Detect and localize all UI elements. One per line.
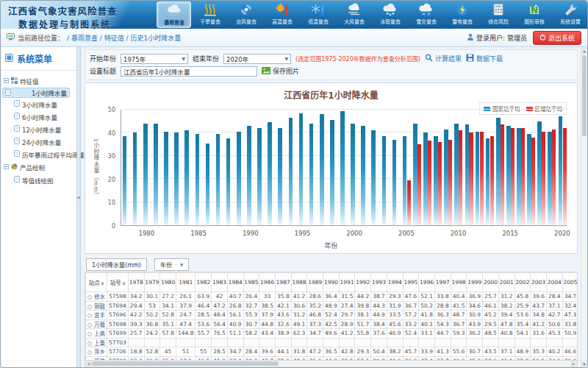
x-tick-label: 1995 [295,230,311,237]
tree-item-0-2[interactable]: 6小时降水量 [2,110,75,123]
scroll-right-arrow-icon[interactable]: ► [570,361,577,367]
col-header-2003[interactable]: 2003 [531,273,547,292]
col-header-1983[interactable]: 1983 [212,273,228,292]
col-header-1980[interactable]: 1980 [160,273,176,292]
col-header-2000[interactable]: 2000 [483,273,499,292]
table-row-宜丰[interactable]: 宜丰5769642.250.252.824.728.548.456.155.33… [86,311,578,320]
col-header-station-id[interactable]: 站号▲▼ [107,273,129,292]
table-row-万载[interactable]: 万载5769839.336.835.147.453.656.440.930.74… [86,319,578,329]
col-header-1978[interactable]: 1978 [128,273,144,292]
exit-system-button[interactable]: 退出系统 [533,31,581,45]
radio-icon[interactable] [87,314,92,318]
col-header-1984[interactable]: 1984 [227,273,243,292]
radio-icon[interactable] [87,332,92,336]
tree-group-1[interactable]: 产品绘制 [2,160,75,174]
expander-icon[interactable] [4,163,9,171]
table-row-铜鼓[interactable]: 铜鼓5769429.45334.137.946.447.226.832.738.… [86,301,578,311]
radio-icon[interactable] [87,342,92,346]
value-cell: 46.6 [562,347,578,357]
expander-icon[interactable] [4,77,9,85]
col-header-1988[interactable]: 1988 [291,273,307,292]
tree-item-1-0[interactable]: 等值线绘图 [2,174,75,186]
col-header-1999[interactable]: 1999 [467,273,483,292]
value-cell: 44.3 [371,301,387,311]
sidebar-splitter[interactable]: ◄ [77,47,81,367]
col-header-1996[interactable]: 1996 [419,273,435,292]
nav-item-drought[interactable]: 干旱普查 [193,1,227,28]
col-header-1998[interactable]: 1998 [451,273,467,292]
col-header-2001[interactable]: 2001 [498,273,514,292]
start-year-select[interactable]: 1975年▼ [121,54,188,64]
tree-item-0-1[interactable]: 3小时降水量 [2,98,75,110]
radio-icon[interactable] [87,323,92,328]
scroll-up-arrow-icon[interactable]: ▲ [581,47,587,54]
col-header-1990[interactable]: 1990 [323,273,340,292]
value-cell: 44.1 [275,347,291,357]
nav-item-high-temp[interactable]: 高温普查 [265,1,299,28]
nav-item-lightning[interactable]: 雷电普查 [445,1,479,28]
table-row-上栗[interactable]: 上栗57703 [86,338,578,347]
value-cell [546,338,562,347]
scroll-left-arrow-icon[interactable]: ◄ [85,361,92,367]
bar-regional-2008 [438,142,442,225]
col-header-1993[interactable]: 1993 [371,273,387,292]
table-row-修水[interactable]: 修水5759834.230.127.226.163.94240.726.4333… [86,292,578,302]
nav-item-typhoon[interactable]: 台风普查 [229,1,263,28]
calculate-button[interactable]: 计算结果 [425,54,462,63]
station-name: 上栗 [86,338,107,347]
value-cell: 29.5 [483,319,499,329]
nav-item-hail[interactable]: 冰雹普查 [373,1,407,28]
col-header-1982[interactable]: 1982 [196,273,212,292]
nav-item-map-review[interactable]: N图形审核 [517,1,551,28]
nav-item-wind[interactable]: 大风普查 [337,1,371,28]
tree-item-0-0[interactable]: 1小时降水量 [2,88,70,98]
col-header-1997[interactable]: 1997 [435,273,451,292]
col-header-2005[interactable]: 2005 [562,273,578,292]
col-header-1985[interactable]: 1985 [243,273,259,292]
year-group-selector[interactable]: 年份-▼ [154,258,190,271]
tree-item-0-4[interactable]: 24小时降水量 [2,135,75,148]
tree-group-0[interactable]: 特征值 [2,74,75,88]
col-header-1991[interactable]: 1991 [339,273,355,292]
col-header-2004[interactable]: 2004 [546,273,562,292]
bar-regional-2012 [480,132,484,225]
hscroll-thumb[interactable] [92,361,279,366]
page-vertical-scrollbar[interactable]: ▲ ▼ [581,47,587,367]
col-header-1981[interactable]: 1981 [176,273,195,292]
table-horizontal-scrollbar[interactable]: ◄ ► [85,361,578,367]
col-header-station[interactable]: 站点▲▼ [86,273,107,292]
unit-selector[interactable]: 1小时降水量(mm) [86,258,147,271]
nav-item-system-settings[interactable]: 系统设置 [553,1,587,28]
nav-item-snow[interactable]: 雪灾普查 [409,1,443,28]
col-header-1994[interactable]: 1994 [387,273,403,292]
download-button[interactable]: 数据下载 [466,54,503,63]
nav-item-rainstorm[interactable]: 暴雨普查 [157,1,191,28]
value-cell [243,338,259,347]
value-cell: 33.9 [419,347,435,357]
breadcrumb-bar: 当前路径位置： / 暴雨普查 / 特征值 / 历史1小时降水量 登录用户: 管理… [1,29,587,47]
chart-title-input[interactable] [121,66,257,77]
tree-item-0-5[interactable]: 历年暴雨过程平均雨量 [2,148,75,160]
col-header-1987[interactable]: 1987 [275,273,291,292]
col-header-1992[interactable]: 1992 [355,273,371,292]
col-header-1995[interactable]: 1995 [403,273,419,292]
nav-item-low-temp[interactable]: 低温普查 [301,1,335,28]
bar-regional-2013 [490,136,494,225]
col-header-1989[interactable]: 1989 [307,273,323,292]
value-cell [259,338,276,347]
col-header-1979[interactable]: 1979 [144,273,160,292]
radio-icon[interactable] [87,305,92,309]
col-header-2002[interactable]: 2002 [514,273,531,292]
tree-item-0-3[interactable]: 12小时降水量 [2,123,75,135]
radio-icon[interactable] [87,295,92,300]
nav-item-composite-risk[interactable]: 综合风险 [481,1,515,28]
scroll-down-arrow-icon[interactable]: ▼ [581,361,587,367]
save-image-button[interactable]: 保存图片 [262,66,299,76]
radio-icon[interactable] [87,350,92,355]
table-row-萍乡[interactable]: 萍乡5770618.852.845515528.534.728.439.644.… [86,347,578,357]
col-header-1986[interactable]: 1986 [259,273,276,292]
table-row-上高[interactable]: 上高5769925.724.257.8144.855.776.551.158.2… [86,329,578,339]
svg-text:N: N [530,5,537,15]
vscroll-thumb[interactable] [582,55,587,136]
end-year-select[interactable]: 2020年▼ [223,54,291,64]
